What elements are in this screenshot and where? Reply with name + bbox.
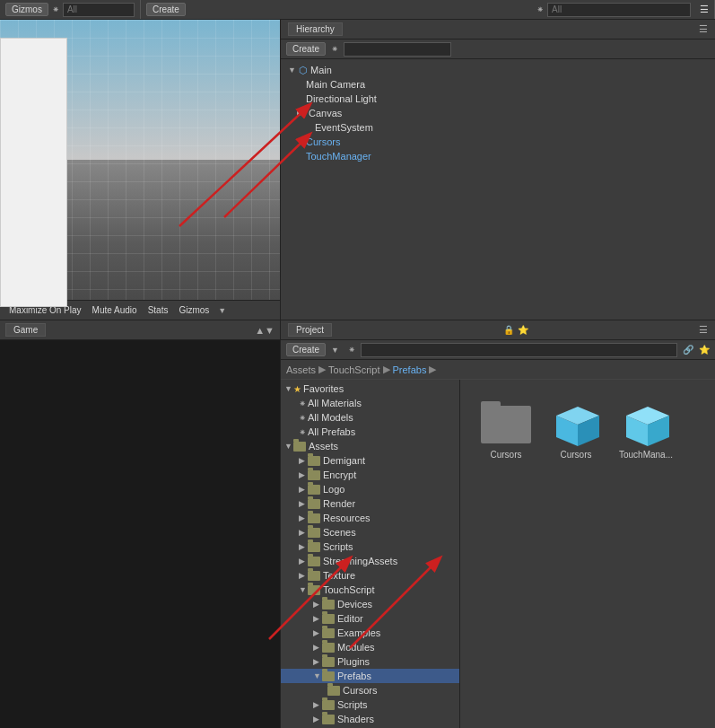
modules-folder-icon <box>322 643 335 653</box>
project-tab[interactable]: Project <box>288 323 332 337</box>
game-menu-icon[interactable]: ▲▼ <box>255 325 275 336</box>
hierarchy-item-main-camera[interactable]: Main Camera <box>284 77 711 92</box>
render-label: Render <box>323 498 355 509</box>
all-prefabs-item[interactable]: ⁕ All Prefabs <box>281 425 459 439</box>
game-content[interactable] <box>0 340 280 728</box>
hierarchy-content: ⬡ Main Main Camera Directional Light Can… <box>281 59 715 320</box>
plugins-item[interactable]: Plugins <box>281 654 459 669</box>
ts-scripts-item[interactable]: Scripts <box>281 697 459 712</box>
project-search-input[interactable] <box>361 343 677 357</box>
touchmanager-label: TouchManager <box>306 151 371 162</box>
cursors-cube-label: Cursors <box>560 450 591 460</box>
all-models-item[interactable]: ⁕ All Models <box>281 410 459 425</box>
plugins-expand-icon <box>313 657 322 666</box>
shaders-item[interactable]: Shaders <box>281 712 459 726</box>
hierarchy-item-main[interactable]: ⬡ Main <box>284 63 711 77</box>
assets-folder-icon <box>293 442 306 452</box>
top-search-input[interactable] <box>63 3 135 17</box>
project-create-button[interactable]: Create <box>286 343 326 356</box>
assets-section[interactable]: Assets <box>281 439 459 453</box>
scripts-item[interactable]: Scripts <box>281 539 459 554</box>
stats-button[interactable]: Stats <box>144 304 172 316</box>
examples-folder-icon <box>322 628 335 638</box>
breadcrumb-arrow1: ▶ <box>318 364 326 375</box>
project-toolbar: Create ▼ ⁕ 🔗 ⭐ <box>281 340 715 360</box>
touchscript-item[interactable]: TouchScript <box>281 583 459 597</box>
hierarchy-create-button[interactable]: Create <box>286 42 326 56</box>
hierarchy-tab[interactable]: Hierarchy <box>288 22 343 36</box>
scenes-item[interactable]: Scenes <box>281 525 459 539</box>
hierarchy-item-touchmanager[interactable]: TouchManager <box>284 149 711 163</box>
resources-item[interactable]: Resources <box>281 511 459 525</box>
project-menu-icon[interactable]: ☰ <box>699 324 708 336</box>
scripts-folder-icon <box>308 542 320 552</box>
hierarchy-search-input[interactable] <box>547 3 691 17</box>
texture-item[interactable]: Texture <box>281 568 459 583</box>
prefabs-cursors-item[interactable]: Cursors <box>281 683 459 697</box>
asset-item-touchmanager-cube[interactable]: TouchMana... <box>615 394 677 460</box>
project-panel: Project 🔒 ⭐ ☰ Create ▼ ⁕ 🔗 ⭐ Assets ▶ To… <box>281 320 715 728</box>
render-item[interactable]: Render <box>281 496 459 511</box>
breadcrumb-arrow2: ▶ <box>383 364 390 375</box>
white-box <box>0 38 67 307</box>
gizmos-button[interactable]: Gizmos <box>5 3 48 16</box>
gizmos-scene-button[interactable]: Gizmos <box>175 304 213 316</box>
devices-item[interactable]: Devices <box>281 597 459 611</box>
left-panel: Maximize On Play Mute Audio Stats Gizmos… <box>0 20 281 320</box>
modules-item[interactable]: Modules <box>281 640 459 654</box>
breadcrumb-assets[interactable]: Assets <box>286 364 316 375</box>
hierarchy-header: Hierarchy ☰ <box>281 20 715 39</box>
modules-label: Modules <box>337 642 375 653</box>
all-materials-item[interactable]: ⁕ All Materials <box>281 396 459 410</box>
svg-rect-1 <box>481 401 501 410</box>
main-camera-label: Main Camera <box>306 79 365 90</box>
hierarchy-item-cursors[interactable]: Cursors <box>284 135 711 149</box>
hierarchy-filter-input[interactable] <box>344 42 451 57</box>
breadcrumb-prefabs[interactable]: Prefabs <box>393 364 427 375</box>
game-tab[interactable]: Game <box>5 323 46 337</box>
favorites-section[interactable]: ★ Favorites <box>281 382 459 396</box>
prefabs-item[interactable]: Prefabs <box>281 669 459 683</box>
asset-item-cursors-folder[interactable]: Cursors <box>475 394 537 460</box>
logo-item[interactable]: Logo <box>281 482 459 496</box>
create-section: Create ⁕ ☰ <box>141 0 715 19</box>
asset-item-cursors-cube[interactable]: Cursors <box>545 394 607 460</box>
encrypt-folder-icon <box>308 470 320 480</box>
bottom-area: Game ▲▼ Project 🔒 ⭐ ☰ Create ▼ ⁕ 🔗 ⭐ <box>0 320 715 728</box>
streaming-assets-item[interactable]: StreamingAssets <box>281 554 459 568</box>
hierarchy-toolbar: Create ⁕ <box>281 39 715 59</box>
demigant-expand-icon <box>299 456 308 465</box>
mute-audio-button[interactable]: Mute Audio <box>89 304 141 316</box>
touchmanager-cube-thumb <box>619 394 673 448</box>
scenes-label: Scenes <box>323 527 356 538</box>
cursors-folder-thumb <box>479 394 533 448</box>
favorites-star-icon: ★ <box>293 384 301 394</box>
assets-expand-icon <box>284 442 293 451</box>
editor-item[interactable]: Editor <box>281 611 459 626</box>
encrypt-item[interactable]: Encrypt <box>281 468 459 482</box>
scripts-label: Scripts <box>323 541 353 552</box>
devices-folder-icon <box>322 600 335 610</box>
encrypt-label: Encrypt <box>323 469 356 480</box>
main-layout: Maximize On Play Mute Audio Stats Gizmos… <box>0 20 715 728</box>
hierarchy-item-directional-light[interactable]: Directional Light <box>284 92 711 106</box>
shaders-label: Shaders <box>337 714 374 724</box>
ts-scripts-expand-icon <box>313 700 322 709</box>
scene-view[interactable] <box>0 20 280 300</box>
main-expand-icon <box>288 66 297 75</box>
main-label: Main <box>310 65 332 75</box>
create-button[interactable]: Create <box>146 3 186 16</box>
breadcrumb-touchscript[interactable]: TouchScript <box>328 364 379 375</box>
hierarchy-item-eventsystem[interactable]: EventSystem <box>284 120 711 135</box>
touchscript-folder-icon <box>308 585 320 595</box>
streaming-expand-icon <box>299 557 308 566</box>
hierarchy-menu-icon[interactable]: ☰ <box>699 23 708 35</box>
editor-folder-icon <box>322 614 335 624</box>
examples-item[interactable]: Examples <box>281 626 459 640</box>
texture-expand-icon <box>299 571 308 580</box>
all-prefabs-label: All Prefabs <box>308 426 355 437</box>
hierarchy-item-canvas[interactable]: Canvas <box>284 106 711 120</box>
scenes-folder-icon <box>308 528 320 538</box>
demigant-item[interactable]: Demigant <box>281 453 459 468</box>
examples-expand-icon <box>313 628 322 637</box>
